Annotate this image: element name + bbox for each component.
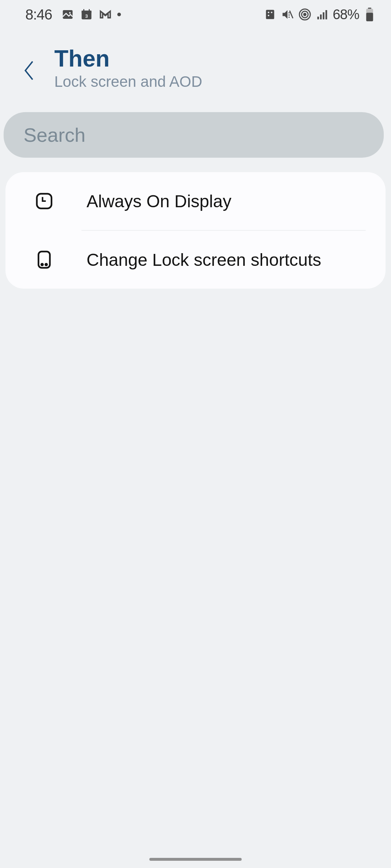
calendar-icon: 3 <box>80 8 93 21</box>
status-bar: 8:46 3 68% <box>0 0 391 29</box>
mute-icon <box>281 8 294 21</box>
svg-point-1 <box>69 12 71 14</box>
svg-rect-17 <box>325 10 327 20</box>
svg-rect-14 <box>317 17 319 20</box>
hotspot-icon <box>298 8 312 21</box>
svg-point-9 <box>271 12 272 13</box>
chevron-left-icon <box>24 59 34 82</box>
svg-point-24 <box>45 264 47 265</box>
svg-rect-4 <box>83 9 84 12</box>
svg-point-10 <box>268 15 269 16</box>
phone-shortcut-icon <box>34 250 54 269</box>
back-button[interactable] <box>22 56 36 85</box>
battery-percentage: 68% <box>333 7 359 22</box>
svg-rect-5 <box>89 9 90 12</box>
list-item-change-lock-screen-shortcuts[interactable]: Change Lock screen shortcuts <box>5 231 386 289</box>
svg-rect-20 <box>366 13 373 21</box>
gallery-icon <box>61 8 75 21</box>
status-right: 68% <box>263 7 377 22</box>
dot-icon <box>117 13 121 16</box>
svg-rect-16 <box>323 12 324 20</box>
page-subtitle: Lock screen and AOD <box>54 73 202 90</box>
svg-rect-18 <box>368 8 371 9</box>
svg-rect-7 <box>266 10 274 19</box>
svg-rect-3 <box>81 11 91 13</box>
search-placeholder: Search <box>24 124 85 146</box>
page-header: Then Lock screen and AOD <box>0 29 391 109</box>
svg-point-11 <box>304 13 306 16</box>
status-time: 8:46 <box>25 7 52 23</box>
signal-icon <box>315 8 329 21</box>
header-text: Then Lock screen and AOD <box>54 47 202 90</box>
list-item-always-on-display[interactable]: Always On Display <box>5 172 386 230</box>
status-left: 8:46 3 <box>25 7 121 23</box>
svg-rect-15 <box>320 14 322 20</box>
svg-text:3: 3 <box>85 13 88 19</box>
smartthings-icon <box>263 8 277 21</box>
page-title: Then <box>54 47 202 70</box>
aod-icon <box>34 191 54 211</box>
list-item-label: Change Lock screen shortcuts <box>87 250 321 270</box>
svg-point-8 <box>268 12 269 13</box>
nav-indicator[interactable] <box>150 858 242 861</box>
svg-point-23 <box>41 264 43 265</box>
options-list: Always On Display Change Lock screen sho… <box>5 172 386 289</box>
battery-icon <box>363 8 377 21</box>
gmail-icon <box>98 8 112 21</box>
search-input[interactable]: Search <box>4 112 384 158</box>
svg-rect-22 <box>38 252 50 268</box>
list-item-label: Always On Display <box>87 191 231 211</box>
